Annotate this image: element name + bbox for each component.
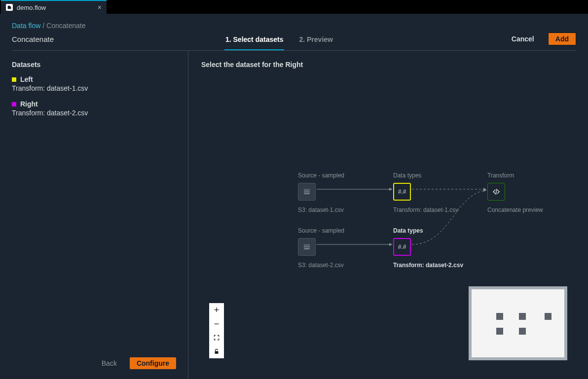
step-tab-select-datasets[interactable]: 1. Select datasets: [224, 31, 285, 50]
cancel-button[interactable]: Cancel: [505, 33, 541, 45]
sidebar: Datasets Left Transform: dataset-1.csv R…: [0, 51, 188, 379]
svg-marker-3: [483, 188, 486, 191]
svg-marker-6: [483, 189, 486, 192]
node-transform[interactable]: Transform Concatenate preview: [487, 172, 571, 213]
node-sub: S3: dataset-2.csv: [298, 262, 382, 269]
dataset-sub: Transform: dataset-1.csv: [12, 84, 176, 92]
zoom-in-button[interactable]: +: [209, 303, 224, 317]
canvas[interactable]: Select the dataset for the Right: [188, 51, 588, 379]
svg-rect-12: [304, 248, 310, 249]
node-source-2[interactable]: Source - sampled S3: dataset-2.csv: [298, 227, 382, 269]
node-label: Data types: [393, 172, 477, 179]
node-datatypes-2[interactable]: Data types #.# Transform: dataset-2.csv: [393, 227, 477, 269]
node-datatypes-1[interactable]: Data types #.# Transform: dataset-1.csv: [393, 172, 477, 213]
tab-bar: demo.flow ×: [0, 0, 588, 14]
node-label: Source - sampled: [298, 172, 382, 179]
fit-screen-button[interactable]: [209, 331, 224, 345]
page-title: Concatenate: [12, 35, 54, 50]
dataset-item-left[interactable]: Left Transform: dataset-1.csv: [12, 75, 176, 92]
step-tabs: 1. Select datasets 2. Preview: [224, 31, 334, 50]
svg-rect-7: [304, 189, 310, 191]
minimap-viewport: [472, 289, 564, 357]
node-label: Transform: [487, 172, 571, 179]
file-tab[interactable]: demo.flow ×: [1, 0, 107, 14]
back-button[interactable]: Back: [95, 357, 124, 369]
svg-marker-5: [389, 243, 392, 246]
color-swatch-yellow: [12, 77, 16, 82]
minimap-node: [519, 328, 526, 335]
svg-rect-13: [215, 351, 219, 353]
file-icon: [6, 4, 13, 11]
minimap[interactable]: [469, 286, 567, 360]
node-source-1[interactable]: Source - sampled S3: dataset-1.csv: [298, 172, 382, 213]
color-swatch-magenta: [12, 102, 16, 106]
dataset-sub: Transform: dataset-2.csv: [12, 109, 176, 117]
svg-rect-8: [304, 191, 310, 193]
dataset-item-right[interactable]: Right Transform: dataset-2.csv: [12, 100, 176, 117]
configure-button[interactable]: Configure: [130, 357, 176, 369]
close-icon[interactable]: ×: [98, 3, 102, 11]
node-sub: Concatenate preview: [487, 207, 571, 213]
datatype-icon: #.#: [393, 238, 411, 256]
minimap-node: [545, 313, 551, 320]
minimap-node: [519, 313, 526, 320]
step-tab-preview[interactable]: 2. Preview: [298, 31, 334, 50]
node-sub: S3: dataset-1.csv: [298, 207, 382, 213]
file-tab-title: demo.flow: [17, 4, 46, 11]
source-icon: [298, 238, 316, 256]
svg-rect-10: [304, 244, 310, 246]
transform-icon: [487, 183, 505, 201]
sidebar-heading: Datasets: [12, 61, 176, 69]
minimap-node: [496, 328, 503, 335]
breadcrumb: Data flow / Concatenate: [12, 22, 576, 30]
header: Data flow / Concatenate Concatenate 1. S…: [0, 14, 588, 51]
svg-rect-11: [304, 246, 310, 248]
node-sub: Transform: dataset-1.csv: [393, 207, 477, 213]
node-label: Data types: [393, 227, 477, 234]
dataset-name: Right: [20, 100, 38, 108]
minimap-node: [496, 313, 503, 320]
add-button[interactable]: Add: [548, 33, 576, 45]
node-sub: Transform: dataset-2.csv: [393, 262, 477, 269]
dataset-name: Left: [20, 75, 33, 83]
svg-rect-9: [304, 193, 310, 194]
source-icon: [298, 183, 316, 201]
breadcrumb-root[interactable]: Data flow: [12, 22, 40, 30]
breadcrumb-leaf: Concatenate: [46, 22, 85, 30]
datatype-icon: #.#: [393, 183, 411, 201]
node-label: Source - sampled: [298, 227, 382, 234]
zoom-controls: + −: [209, 303, 224, 358]
lock-button[interactable]: [209, 345, 224, 358]
zoom-out-button[interactable]: −: [209, 317, 224, 331]
svg-marker-1: [389, 188, 392, 191]
